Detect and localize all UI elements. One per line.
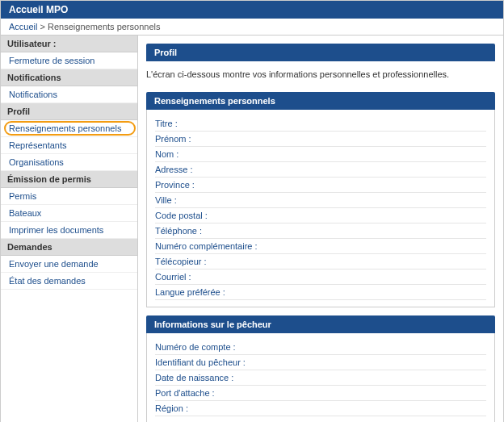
field-telecopieur: Télécopieur : bbox=[155, 254, 486, 269]
section-head-profil: Profil bbox=[146, 44, 495, 61]
field-adresse: Adresse : bbox=[155, 162, 486, 178]
sidebar-head-user: Utilisateur : bbox=[1, 36, 137, 52]
section-head-personal: Renseignements personnels bbox=[146, 92, 495, 110]
sidebar-item-notifications[interactable]: Notifications bbox=[1, 86, 137, 103]
field-code-postal: Code postal : bbox=[155, 208, 486, 224]
field-courriel: Courriel : bbox=[155, 269, 486, 285]
sidebar-item-envoyer-demande[interactable]: Envoyer une demande bbox=[1, 256, 137, 273]
field-region: Région : bbox=[155, 401, 486, 416]
field-ville: Ville : bbox=[155, 193, 486, 208]
main-content: Profil L'écran ci-dessous montre vos inf… bbox=[138, 36, 503, 422]
sidebar-item-representants[interactable]: Représentants bbox=[1, 137, 137, 154]
breadcrumb-current: Renseignements personnels bbox=[48, 22, 160, 31]
field-port-attache: Port d'attache : bbox=[155, 386, 486, 401]
field-langue: Langue préférée : bbox=[155, 285, 486, 300]
app-title: Accueil MPO bbox=[9, 4, 68, 15]
sidebar-head-notifications: Notifications bbox=[1, 69, 137, 86]
breadcrumb-sep: > bbox=[40, 22, 45, 31]
sidebar-item-logout[interactable]: Fermeture de session bbox=[1, 52, 137, 69]
field-num-compte: Numéro de compte : bbox=[155, 340, 486, 355]
field-prenom: Prénom : bbox=[155, 132, 486, 147]
fisher-fields-box: Numéro de compte : Identifiant du pêcheu… bbox=[146, 333, 495, 422]
field-province: Province : bbox=[155, 178, 486, 193]
field-id-pecheur: Identifiant du pêcheur : bbox=[155, 355, 486, 370]
sidebar-head-permis: Émission de permis bbox=[1, 171, 137, 188]
field-titre: Titre : bbox=[155, 116, 486, 132]
field-numero-compl: Numéro complémentaire : bbox=[155, 239, 486, 254]
sidebar-item-organisations[interactable]: Organisations bbox=[1, 154, 137, 171]
breadcrumb-home[interactable]: Accueil bbox=[9, 22, 37, 31]
top-bar: Accueil MPO bbox=[1, 1, 503, 19]
intro-text: L'écran ci-dessous montre vos informatio… bbox=[146, 61, 495, 84]
sidebar: Utilisateur : Fermeture de session Notif… bbox=[1, 36, 138, 422]
personal-fields-box: Titre : Prénom : Nom : Adresse : Provinc… bbox=[146, 110, 495, 307]
sidebar-item-bateaux[interactable]: Bateaux bbox=[1, 205, 137, 222]
sidebar-item-imprimer[interactable]: Imprimer les documents bbox=[1, 222, 137, 239]
field-date-naissance: Date de naissance : bbox=[155, 370, 486, 386]
sidebar-item-label: Renseignements personnels bbox=[9, 123, 121, 133]
sidebar-item-personal-info[interactable]: Renseignements personnels bbox=[1, 120, 137, 137]
breadcrumb: Accueil > Renseignements personnels bbox=[1, 19, 503, 36]
sidebar-item-permis[interactable]: Permis bbox=[1, 188, 137, 205]
field-telephone: Téléphone : bbox=[155, 224, 486, 239]
field-nom: Nom : bbox=[155, 147, 486, 162]
sidebar-head-demandes: Demandes bbox=[1, 239, 137, 256]
sidebar-head-profil: Profil bbox=[1, 103, 137, 120]
section-head-fisher: Informations sur le pêcheur bbox=[146, 315, 495, 333]
sidebar-item-etat-demandes[interactable]: État des demandes bbox=[1, 273, 137, 290]
